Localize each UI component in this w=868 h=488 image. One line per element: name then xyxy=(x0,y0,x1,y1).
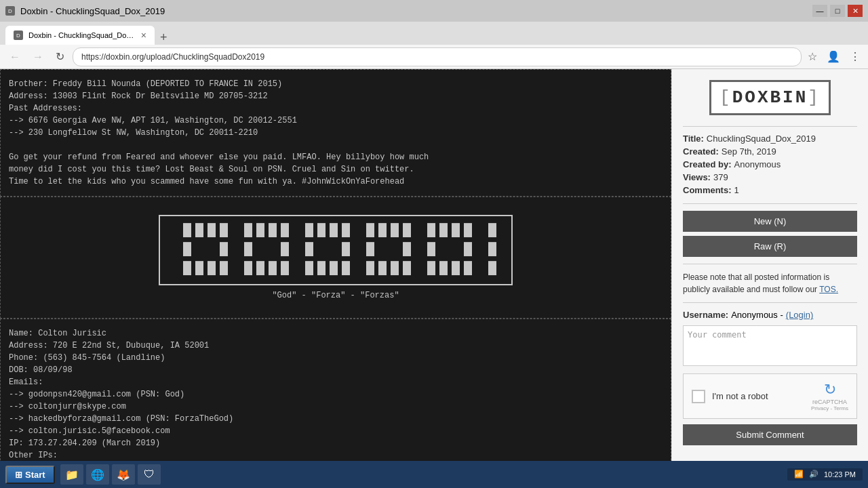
sidebar: [DOXBIN] Title: ChucklingSquad_Dox_2019 … xyxy=(671,69,868,476)
tab-bar: D Doxbin - ChucklingSquad_Dox_2019 × + xyxy=(0,22,868,45)
section1-text: Brother: Freddy Bill Nounda (DEPORTED TO… xyxy=(9,78,663,188)
maximize-button[interactable]: □ xyxy=(830,5,845,17)
recaptcha-label: I'm not a robot xyxy=(712,391,768,401)
comment-textarea[interactable] xyxy=(683,325,857,366)
main-content: Brother: Freddy Bill Nounda (DEPORTED TO… xyxy=(0,69,671,476)
tab-label: Doxbin - ChucklingSquad_Dox_2019 xyxy=(28,31,136,39)
logo-bracket-left: [ xyxy=(719,87,732,108)
dox-section-1: Brother: Freddy Bill Nounda (DEPORTED TO… xyxy=(0,69,671,197)
login-link[interactable]: (Login) xyxy=(786,310,813,320)
taskbar-explorer-icon[interactable]: 📁 xyxy=(60,464,83,485)
notice-text: Please note that all posted information … xyxy=(683,272,829,294)
active-tab[interactable]: D Doxbin - ChucklingSquad_Dox_2019 × xyxy=(5,26,155,45)
tab-close-icon[interactable]: × xyxy=(141,30,146,41)
dox-section-2: Name: Colton Jurisic Address: 720 E 22nd… xyxy=(0,319,671,476)
divider-3 xyxy=(683,264,857,264)
created-row: Created: Sep 7th, 2019 xyxy=(683,146,857,157)
sidebar-notice: Please note that all posted information … xyxy=(683,271,857,296)
title-bar: D Doxbin - ChucklingSquad_Dox_2019 — □ ✕ xyxy=(0,0,868,22)
submit-comment-button[interactable]: Submit Comment xyxy=(683,424,857,445)
comments-label: Comments: xyxy=(683,185,732,195)
network-icon: 📶 xyxy=(794,470,804,479)
taskbar-browser-icon-1[interactable]: 🌐 xyxy=(86,464,109,485)
title-label: Title: xyxy=(683,134,704,144)
taskbar-browser-icon-2[interactable]: 🦊 xyxy=(112,464,135,485)
comments-value: 1 xyxy=(734,185,739,195)
ascii-art-container: ████ ████ ████ ████ ████ █ █ █ █ █ █ █ █… xyxy=(12,208,660,307)
taskbar-tray: 📶 🔊 10:23 PM xyxy=(787,468,863,481)
tab-icon: D xyxy=(14,30,23,40)
logo-bracket-right: ] xyxy=(808,87,821,108)
recaptcha-widget: I'm not a robot ↻ reCAPTCHA Privacy - Te… xyxy=(683,373,857,419)
taskbar-security-icon[interactable]: 🛡 xyxy=(138,464,161,485)
bookmark-icon[interactable]: ☆ xyxy=(806,48,819,65)
logo-text: [DOXBIN] xyxy=(719,87,821,108)
start-label: Start xyxy=(25,470,45,480)
title-value: ChucklingSquad_Dox_2019 xyxy=(707,134,816,144)
username-label: Username: xyxy=(683,310,728,320)
created-by-label: Created by: xyxy=(683,159,732,169)
tab-favicon: D xyxy=(5,6,15,16)
user-icon[interactable]: 👤 xyxy=(825,48,842,65)
tos-link[interactable]: TOS. xyxy=(819,285,838,294)
nav-bar: ← → ↻ https://doxbin.org/upload/Chucklin… xyxy=(0,45,868,69)
forward-button[interactable]: → xyxy=(28,49,47,64)
new-button[interactable]: New (N) xyxy=(683,211,857,232)
created-label: Created: xyxy=(683,146,719,157)
recaptcha-links: Privacy - Terms xyxy=(811,405,848,411)
ascii-label: "God" - "Forza" - "Forzas" xyxy=(12,291,660,300)
raw-button[interactable]: Raw (R) xyxy=(683,236,857,257)
logo-container: [DOXBIN] xyxy=(683,80,857,115)
taskbar: ⊞ Start 📁 🌐 🦊 🛡 📶 🔊 10:23 PM xyxy=(0,461,868,488)
views-label: Views: xyxy=(683,172,711,182)
page-area: Brother: Freddy Bill Nounda (DEPORTED TO… xyxy=(0,69,868,476)
views-value: 379 xyxy=(713,172,728,182)
username-value: Anonymous - xyxy=(731,310,783,320)
title-row: Title: ChucklingSquad_Dox_2019 xyxy=(683,134,857,144)
recaptcha-right: ↻ reCAPTCHA Privacy - Terms xyxy=(811,381,848,411)
ascii-art: ████ ████ ████ ████ ████ █ █ █ █ █ █ █ █… xyxy=(159,215,513,285)
recaptcha-logo-icon: ↻ xyxy=(811,381,848,399)
volume-icon: 🔊 xyxy=(809,470,818,479)
username-row: Username: Anonymous - (Login) xyxy=(683,310,857,320)
section2-text: Name: Colton Jurisic Address: 720 E 22nd… xyxy=(9,327,663,476)
metadata-section: Title: ChucklingSquad_Dox_2019 Created: … xyxy=(683,134,857,195)
new-tab-button[interactable]: + xyxy=(155,30,173,45)
divider-2 xyxy=(683,203,857,204)
window-title: Doxbin - ChucklingSquad_Dox_2019 xyxy=(20,6,165,16)
start-button[interactable]: ⊞ Start xyxy=(5,466,55,484)
ascii-art-section: ████ ████ ████ ████ ████ █ █ █ █ █ █ █ █… xyxy=(0,197,671,319)
recaptcha-checkbox[interactable] xyxy=(692,390,705,403)
comments-row: Comments: 1 xyxy=(683,185,857,195)
minimize-button[interactable]: — xyxy=(812,5,827,17)
recaptcha-left: I'm not a robot xyxy=(692,390,768,403)
created-by-value: Anonymous xyxy=(734,159,781,169)
menu-icon[interactable]: ⋮ xyxy=(848,48,863,65)
doxbin-logo: [DOXBIN] xyxy=(709,80,831,115)
back-button[interactable]: ← xyxy=(5,49,24,64)
windows-icon: ⊞ xyxy=(15,470,22,480)
url-text: https://doxbin.org/upload/ChucklingSquad… xyxy=(81,52,264,62)
time-display: 10:23 PM xyxy=(824,470,856,479)
refresh-button[interactable]: ↻ xyxy=(52,49,68,64)
divider-4 xyxy=(683,302,857,303)
taskbar-time: 10:23 PM xyxy=(824,470,856,479)
created-by-row: Created by: Anonymous xyxy=(683,159,857,169)
content-scroll[interactable]: Brother: Freddy Bill Nounda (DEPORTED TO… xyxy=(0,69,671,476)
close-button[interactable]: ✕ xyxy=(848,5,863,17)
divider-1 xyxy=(683,126,857,127)
created-value: Sep 7th, 2019 xyxy=(722,146,776,157)
taskbar-icons: 📁 🌐 🦊 🛡 xyxy=(60,464,161,485)
views-row: Views: 379 xyxy=(683,172,857,182)
address-bar[interactable]: https://doxbin.org/upload/ChucklingSquad… xyxy=(73,47,802,66)
recaptcha-brand: reCAPTCHA xyxy=(811,399,848,405)
